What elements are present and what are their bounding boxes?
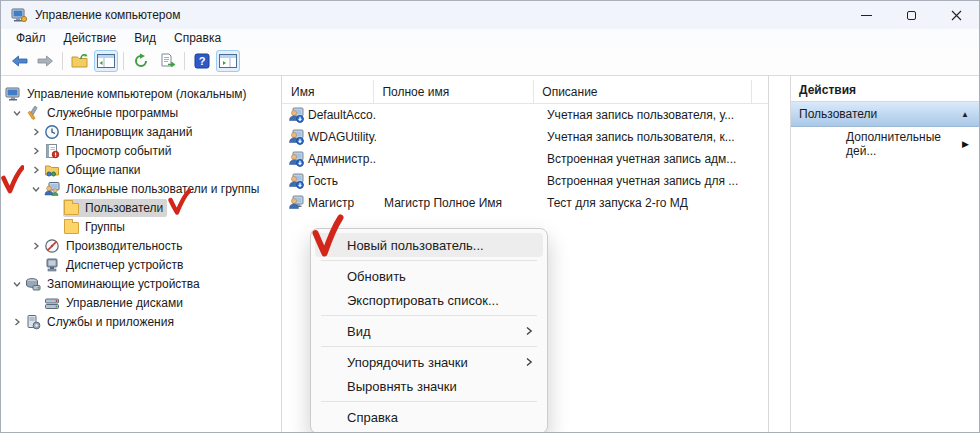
user-description: Тест для запуска 2-го МД <box>539 196 761 210</box>
tree-item-groups[interactable]: Группы <box>1 217 281 236</box>
column-header-spacer <box>752 80 768 103</box>
tree-item-label: Группы <box>84 220 125 234</box>
user-disabled-icon <box>288 129 304 145</box>
show-action-pane-button[interactable] <box>216 50 240 72</box>
more-actions-arrow-icon: ▶ <box>962 139 969 149</box>
chevron-slot <box>28 295 44 311</box>
chevron-slot <box>28 257 44 273</box>
titlebar: Управление компьютером <box>1 1 979 29</box>
user-row-defaultaccount[interactable]: DefaultAcco... Учетная запись пользовате… <box>282 104 768 126</box>
menubar: Файл Действие Вид Справка <box>1 29 979 47</box>
column-header-description[interactable]: Описание <box>534 80 752 103</box>
column-header-name[interactable]: Имя <box>282 80 374 103</box>
user-row-guest[interactable]: Гость Встроенная учетная запись для ... <box>282 170 768 192</box>
tree-item-label: Просмотр событий <box>65 144 171 158</box>
device-manager-icon <box>44 257 60 273</box>
menu-file[interactable]: Файл <box>7 30 55 46</box>
user-row-administrator[interactable]: Администр... Встроенная учетная запись а… <box>282 148 768 170</box>
chevron-right-icon[interactable] <box>28 162 44 178</box>
forward-icon <box>37 55 54 67</box>
user-name: Администр... <box>308 152 376 166</box>
up-one-level-button[interactable] <box>68 50 92 72</box>
refresh-button[interactable] <box>129 50 153 72</box>
chevron-right-icon[interactable] <box>9 314 25 330</box>
tree-item-system-tools[interactable]: Служебные программы <box>1 103 281 122</box>
actions-section-users[interactable]: Пользователи ▲ <box>791 102 979 127</box>
help-icon: ? <box>194 53 210 69</box>
back-button[interactable] <box>7 50 31 72</box>
action-pane-icon <box>219 54 237 68</box>
tree-item-label: Управление компьютером (локальным) <box>26 87 247 101</box>
context-menu-item-export-list[interactable]: Экспортировать список... <box>315 288 543 312</box>
console-tree-pane: Управление компьютером (локальным) Служе… <box>1 76 282 433</box>
minimize-button[interactable] <box>844 1 889 29</box>
context-menu-separator <box>321 401 537 402</box>
tree-item-performance[interactable]: Производительность <box>1 236 281 255</box>
tree-item-services-and-applications[interactable]: Службы и приложения <box>1 312 281 331</box>
user-icon <box>288 195 304 211</box>
tree-item-disk-management[interactable]: Управление дисками <box>1 293 281 312</box>
chevron-down-icon[interactable] <box>9 105 25 121</box>
disk-management-icon <box>44 295 60 311</box>
toolbar: ? <box>1 47 979 76</box>
chevron-right-icon[interactable] <box>28 238 44 254</box>
tree-item-storage[interactable]: Запоминающие устройства <box>1 274 281 293</box>
tree-item-device-manager[interactable]: Диспетчер устройств <box>1 255 281 274</box>
user-description: Встроенная учетная запись для ... <box>539 174 761 188</box>
event-viewer-icon <box>44 143 60 159</box>
menu-view[interactable]: Вид <box>125 30 165 46</box>
back-icon <box>11 55 28 67</box>
collapse-section-icon[interactable]: ▲ <box>961 110 969 119</box>
chevron-down-icon[interactable] <box>28 181 44 197</box>
folder-icon <box>64 219 80 235</box>
tree-item-label: Планировщик заданий <box>65 125 192 139</box>
computer-icon <box>5 86 21 102</box>
services-apps-icon <box>25 314 41 330</box>
tree-item-task-scheduler[interactable]: Планировщик заданий <box>1 122 281 141</box>
column-header-full-name[interactable]: Полное имя <box>374 80 534 103</box>
pane-splitter[interactable] <box>769 76 790 433</box>
tree-item-computer-management[interactable]: Управление компьютером (локальным) <box>1 84 281 103</box>
actions-item-label: Дополнительные дей... <box>846 130 962 158</box>
context-menu-item-line-up-icons[interactable]: Выровнять значки <box>315 374 543 398</box>
shared-folders-icon <box>44 162 60 178</box>
context-menu-separator <box>321 346 537 347</box>
chevron-down-icon[interactable] <box>9 276 25 292</box>
show-console-tree-button[interactable] <box>94 50 118 72</box>
context-menu-item-new-user[interactable]: Новый пользователь... <box>315 233 543 257</box>
context-menu-separator <box>321 260 537 261</box>
help-button[interactable]: ? <box>190 50 214 72</box>
context-menu-item-view[interactable]: Вид <box>315 319 543 343</box>
tree-item-label: Пользователи <box>84 201 163 215</box>
actions-item-more-actions[interactable]: Дополнительные дей... ▶ <box>791 133 979 155</box>
maximize-button[interactable] <box>889 1 934 29</box>
tree-item-users[interactable]: Пользователи <box>1 198 281 217</box>
tree-item-label: Диспетчер устройств <box>65 258 183 272</box>
tree-item-shared-folders[interactable]: Общие папки <box>1 160 281 179</box>
storage-devices-icon <box>25 276 41 292</box>
menu-action[interactable]: Действие <box>55 30 126 46</box>
close-button[interactable] <box>934 1 979 29</box>
tree-item-label: Службы и приложения <box>46 315 174 329</box>
tree-item-local-users-and-groups[interactable]: Локальные пользователи и группы <box>1 179 281 198</box>
context-menu-item-label: Вид <box>347 324 371 339</box>
user-disabled-icon <box>288 151 304 167</box>
user-row-wdagutility[interactable]: WDAGUtility... Учетная запись пользовате… <box>282 126 768 148</box>
export-list-button[interactable] <box>155 50 179 72</box>
forward-button[interactable] <box>33 50 57 72</box>
console-tree-icon <box>97 54 115 68</box>
chevron-right-icon[interactable] <box>28 143 44 159</box>
user-description: Встроенная учетная запись адм... <box>539 152 761 166</box>
chevron-slot <box>47 219 63 235</box>
context-menu-item-help[interactable]: Справка <box>315 405 543 429</box>
tree-item-event-viewer[interactable]: Просмотр событий <box>1 141 281 160</box>
tree-item-label: Служебные программы <box>46 106 178 120</box>
user-row-magistr[interactable]: Магистр Магистр Полное Имя Тест для запу… <box>282 192 768 214</box>
context-menu-item-refresh[interactable]: Обновить <box>315 264 543 288</box>
menu-help[interactable]: Справка <box>165 30 230 46</box>
context-menu-item-arrange-icons[interactable]: Упорядочить значки <box>315 350 543 374</box>
task-scheduler-icon <box>44 124 60 140</box>
chevron-right-icon[interactable] <box>28 124 44 140</box>
actions-section-label: Пользователи <box>799 107 877 121</box>
tree-item-label: Общие папки <box>65 163 140 177</box>
